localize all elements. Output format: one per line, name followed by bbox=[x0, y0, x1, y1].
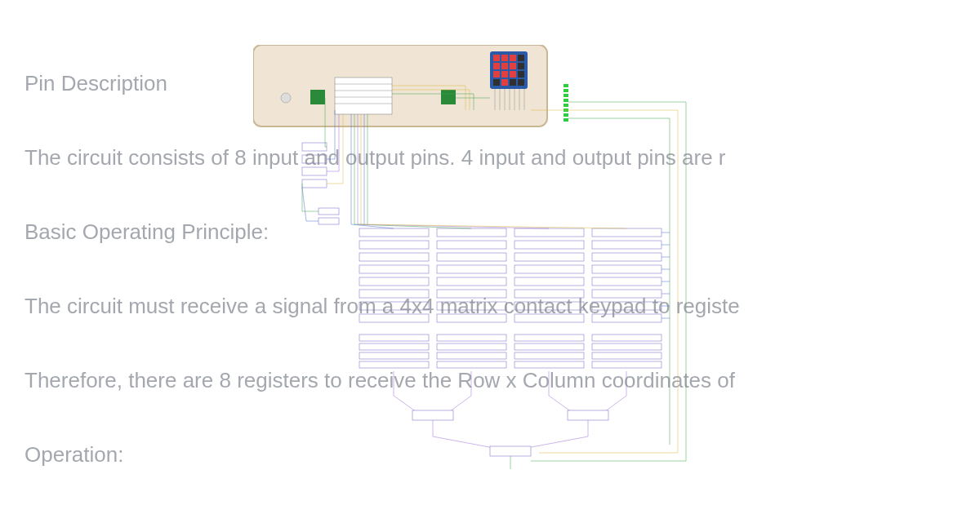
paragraph-registers: Therefore, there are 8 registers to rece… bbox=[24, 366, 956, 395]
heading-pin-description: Pin Description bbox=[24, 69, 956, 98]
heading-operating-principle: Basic Operating Principle: bbox=[24, 218, 956, 246]
description-text-layer: Pin Description The circuit consists of … bbox=[0, 0, 980, 514]
heading-operation: Operation: bbox=[24, 441, 956, 469]
paragraph-pins: The circuit consists of 8 input and outp… bbox=[24, 144, 956, 172]
paragraph-signal: The circuit must receive a signal from a… bbox=[24, 292, 956, 321]
page-canvas: Pin Description The circuit consists of … bbox=[0, 0, 980, 514]
